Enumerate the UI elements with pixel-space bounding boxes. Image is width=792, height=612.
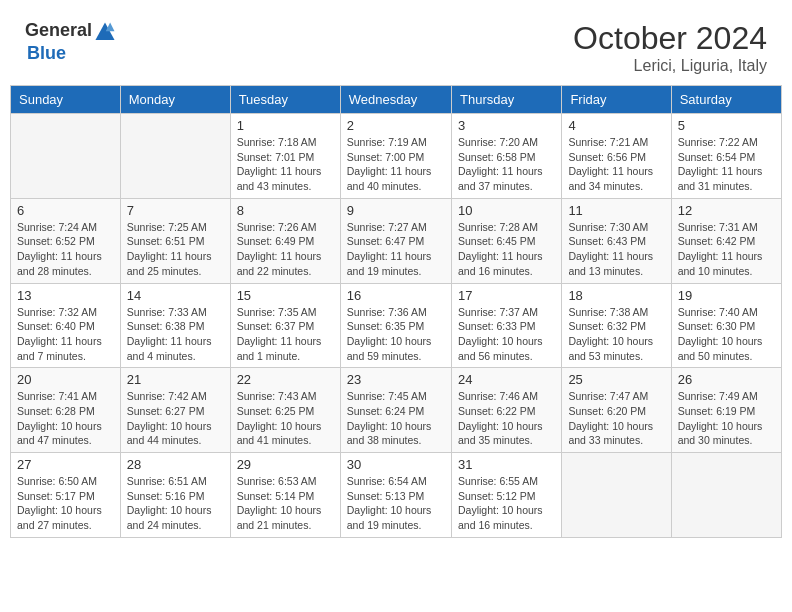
- day-info: Sunrise: 7:27 AM Sunset: 6:47 PM Dayligh…: [347, 220, 445, 279]
- day-info: Sunrise: 7:28 AM Sunset: 6:45 PM Dayligh…: [458, 220, 555, 279]
- day-info: Sunrise: 7:21 AM Sunset: 6:56 PM Dayligh…: [568, 135, 664, 194]
- day-number: 7: [127, 203, 224, 218]
- day-number: 18: [568, 288, 664, 303]
- day-number: 29: [237, 457, 334, 472]
- calendar-day-19: 19Sunrise: 7:40 AM Sunset: 6:30 PM Dayli…: [671, 283, 781, 368]
- day-info: Sunrise: 6:51 AM Sunset: 5:16 PM Dayligh…: [127, 474, 224, 533]
- day-info: Sunrise: 7:35 AM Sunset: 6:37 PM Dayligh…: [237, 305, 334, 364]
- day-info: Sunrise: 7:45 AM Sunset: 6:24 PM Dayligh…: [347, 389, 445, 448]
- day-number: 23: [347, 372, 445, 387]
- day-info: Sunrise: 7:25 AM Sunset: 6:51 PM Dayligh…: [127, 220, 224, 279]
- day-number: 2: [347, 118, 445, 133]
- calendar-day-2: 2Sunrise: 7:19 AM Sunset: 7:00 PM Daylig…: [340, 114, 451, 199]
- day-info: Sunrise: 7:18 AM Sunset: 7:01 PM Dayligh…: [237, 135, 334, 194]
- calendar-day-16: 16Sunrise: 7:36 AM Sunset: 6:35 PM Dayli…: [340, 283, 451, 368]
- calendar-day-27: 27Sunrise: 6:50 AM Sunset: 5:17 PM Dayli…: [11, 453, 121, 538]
- logo-blue: Blue: [27, 43, 66, 63]
- day-number: 10: [458, 203, 555, 218]
- calendar-empty-cell: [11, 114, 121, 199]
- day-number: 6: [17, 203, 114, 218]
- day-number: 13: [17, 288, 114, 303]
- column-header-saturday: Saturday: [671, 86, 781, 114]
- title-area: October 2024 Lerici, Liguria, Italy: [573, 20, 767, 75]
- day-info: Sunrise: 7:42 AM Sunset: 6:27 PM Dayligh…: [127, 389, 224, 448]
- day-info: Sunrise: 6:53 AM Sunset: 5:14 PM Dayligh…: [237, 474, 334, 533]
- day-number: 22: [237, 372, 334, 387]
- day-number: 31: [458, 457, 555, 472]
- day-info: Sunrise: 6:55 AM Sunset: 5:12 PM Dayligh…: [458, 474, 555, 533]
- day-number: 30: [347, 457, 445, 472]
- day-number: 14: [127, 288, 224, 303]
- day-number: 8: [237, 203, 334, 218]
- day-info: Sunrise: 7:31 AM Sunset: 6:42 PM Dayligh…: [678, 220, 775, 279]
- calendar-day-11: 11Sunrise: 7:30 AM Sunset: 6:43 PM Dayli…: [562, 198, 671, 283]
- day-number: 1: [237, 118, 334, 133]
- day-info: Sunrise: 7:40 AM Sunset: 6:30 PM Dayligh…: [678, 305, 775, 364]
- calendar-day-6: 6Sunrise: 7:24 AM Sunset: 6:52 PM Daylig…: [11, 198, 121, 283]
- day-number: 20: [17, 372, 114, 387]
- day-number: 12: [678, 203, 775, 218]
- day-info: Sunrise: 7:36 AM Sunset: 6:35 PM Dayligh…: [347, 305, 445, 364]
- calendar-day-25: 25Sunrise: 7:47 AM Sunset: 6:20 PM Dayli…: [562, 368, 671, 453]
- calendar-day-30: 30Sunrise: 6:54 AM Sunset: 5:13 PM Dayli…: [340, 453, 451, 538]
- calendar-day-7: 7Sunrise: 7:25 AM Sunset: 6:51 PM Daylig…: [120, 198, 230, 283]
- column-header-thursday: Thursday: [451, 86, 561, 114]
- day-info: Sunrise: 7:37 AM Sunset: 6:33 PM Dayligh…: [458, 305, 555, 364]
- calendar-header-row: SundayMondayTuesdayWednesdayThursdayFrid…: [11, 86, 782, 114]
- calendar-week-row: 20Sunrise: 7:41 AM Sunset: 6:28 PM Dayli…: [11, 368, 782, 453]
- calendar-day-15: 15Sunrise: 7:35 AM Sunset: 6:37 PM Dayli…: [230, 283, 340, 368]
- day-number: 19: [678, 288, 775, 303]
- day-number: 17: [458, 288, 555, 303]
- calendar-day-26: 26Sunrise: 7:49 AM Sunset: 6:19 PM Dayli…: [671, 368, 781, 453]
- column-header-tuesday: Tuesday: [230, 86, 340, 114]
- day-number: 15: [237, 288, 334, 303]
- calendar-day-20: 20Sunrise: 7:41 AM Sunset: 6:28 PM Dayli…: [11, 368, 121, 453]
- day-number: 25: [568, 372, 664, 387]
- calendar-day-17: 17Sunrise: 7:37 AM Sunset: 6:33 PM Dayli…: [451, 283, 561, 368]
- calendar-week-row: 27Sunrise: 6:50 AM Sunset: 5:17 PM Dayli…: [11, 453, 782, 538]
- calendar-day-24: 24Sunrise: 7:46 AM Sunset: 6:22 PM Dayli…: [451, 368, 561, 453]
- calendar-table: SundayMondayTuesdayWednesdayThursdayFrid…: [10, 85, 782, 538]
- month-title: October 2024: [573, 20, 767, 57]
- location-title: Lerici, Liguria, Italy: [573, 57, 767, 75]
- day-info: Sunrise: 7:41 AM Sunset: 6:28 PM Dayligh…: [17, 389, 114, 448]
- day-number: 5: [678, 118, 775, 133]
- column-header-wednesday: Wednesday: [340, 86, 451, 114]
- logo-general: General: [25, 20, 92, 40]
- calendar-day-10: 10Sunrise: 7:28 AM Sunset: 6:45 PM Dayli…: [451, 198, 561, 283]
- day-number: 4: [568, 118, 664, 133]
- column-header-monday: Monday: [120, 86, 230, 114]
- day-number: 3: [458, 118, 555, 133]
- day-info: Sunrise: 7:47 AM Sunset: 6:20 PM Dayligh…: [568, 389, 664, 448]
- calendar-day-9: 9Sunrise: 7:27 AM Sunset: 6:47 PM Daylig…: [340, 198, 451, 283]
- day-number: 9: [347, 203, 445, 218]
- calendar-week-row: 1Sunrise: 7:18 AM Sunset: 7:01 PM Daylig…: [11, 114, 782, 199]
- day-info: Sunrise: 7:30 AM Sunset: 6:43 PM Dayligh…: [568, 220, 664, 279]
- calendar-empty-cell: [562, 453, 671, 538]
- day-number: 11: [568, 203, 664, 218]
- page-header: General Blue October 2024 Lerici, Liguri…: [10, 10, 782, 80]
- day-number: 24: [458, 372, 555, 387]
- day-info: Sunrise: 7:32 AM Sunset: 6:40 PM Dayligh…: [17, 305, 114, 364]
- day-info: Sunrise: 7:20 AM Sunset: 6:58 PM Dayligh…: [458, 135, 555, 194]
- day-info: Sunrise: 6:50 AM Sunset: 5:17 PM Dayligh…: [17, 474, 114, 533]
- day-info: Sunrise: 7:19 AM Sunset: 7:00 PM Dayligh…: [347, 135, 445, 194]
- calendar-day-23: 23Sunrise: 7:45 AM Sunset: 6:24 PM Dayli…: [340, 368, 451, 453]
- calendar-day-21: 21Sunrise: 7:42 AM Sunset: 6:27 PM Dayli…: [120, 368, 230, 453]
- day-info: Sunrise: 7:33 AM Sunset: 6:38 PM Dayligh…: [127, 305, 224, 364]
- column-header-sunday: Sunday: [11, 86, 121, 114]
- day-info: Sunrise: 7:26 AM Sunset: 6:49 PM Dayligh…: [237, 220, 334, 279]
- calendar-day-29: 29Sunrise: 6:53 AM Sunset: 5:14 PM Dayli…: [230, 453, 340, 538]
- calendar-day-5: 5Sunrise: 7:22 AM Sunset: 6:54 PM Daylig…: [671, 114, 781, 199]
- column-header-friday: Friday: [562, 86, 671, 114]
- day-info: Sunrise: 7:43 AM Sunset: 6:25 PM Dayligh…: [237, 389, 334, 448]
- calendar-day-8: 8Sunrise: 7:26 AM Sunset: 6:49 PM Daylig…: [230, 198, 340, 283]
- calendar-day-31: 31Sunrise: 6:55 AM Sunset: 5:12 PM Dayli…: [451, 453, 561, 538]
- day-info: Sunrise: 7:38 AM Sunset: 6:32 PM Dayligh…: [568, 305, 664, 364]
- day-info: Sunrise: 7:46 AM Sunset: 6:22 PM Dayligh…: [458, 389, 555, 448]
- logo-icon: [94, 21, 116, 43]
- calendar-week-row: 6Sunrise: 7:24 AM Sunset: 6:52 PM Daylig…: [11, 198, 782, 283]
- day-number: 26: [678, 372, 775, 387]
- day-info: Sunrise: 6:54 AM Sunset: 5:13 PM Dayligh…: [347, 474, 445, 533]
- calendar-empty-cell: [671, 453, 781, 538]
